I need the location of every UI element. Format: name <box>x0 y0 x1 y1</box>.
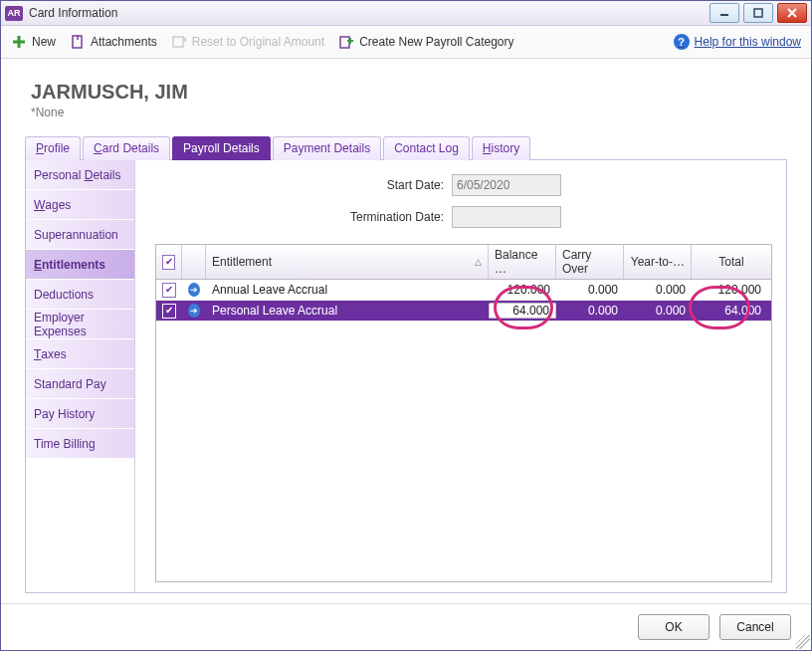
entitlements-grid: ✔ Entitlement △ Balance … Carry Over Yea… <box>155 244 772 582</box>
content: JARMUSCH, JIM *None Profile Card Details… <box>1 59 811 603</box>
subtab-time-billing[interactable]: Time Billing <box>26 429 134 459</box>
create-category-button[interactable]: Create New Payroll Category <box>338 34 513 50</box>
create-category-icon <box>338 34 354 50</box>
maximize-icon <box>753 8 763 18</box>
ok-button[interactable]: OK <box>638 614 710 640</box>
attachments-label: Attachments <box>91 35 157 49</box>
row-checkbox[interactable]: ✔ <box>162 283 176 298</box>
new-label: New <box>32 35 56 49</box>
svg-rect-1 <box>754 9 762 17</box>
header-checkbox[interactable]: ✔ <box>162 255 175 270</box>
cell-entitlement: Personal Leave Accrual <box>206 304 489 318</box>
row-checkbox[interactable]: ✔ <box>162 304 176 319</box>
subtab-employer-expenses[interactable]: Employer Expenses <box>26 310 134 339</box>
cancel-button[interactable]: Cancel <box>719 614 791 640</box>
plus-icon <box>11 34 27 50</box>
help-icon: ? <box>674 34 690 50</box>
col-year-to-date[interactable]: Year-to-… <box>624 245 692 279</box>
subtab-superannuation[interactable]: Superannuation <box>26 220 134 250</box>
page-title: JARMUSCH, JIM <box>31 81 787 104</box>
col-check[interactable]: ✔ <box>156 245 182 279</box>
tab-payroll-details[interactable]: Payroll Details <box>172 136 271 160</box>
window-controls <box>710 3 807 23</box>
col-balance[interactable]: Balance … <box>489 245 556 279</box>
window-title: Card Information <box>29 6 117 20</box>
tab-card-details[interactable]: Card Details <box>83 136 170 160</box>
subtab-entitlements[interactable]: Entitlements <box>26 250 134 280</box>
grid-row[interactable]: ✔ ➔ Annual Leave Accrual 120.000 0.000 0… <box>156 280 771 301</box>
cell-balance[interactable]: 120.000 <box>489 283 556 297</box>
sub-tabs: Personal Details Wages Superannuation En… <box>26 160 135 592</box>
grid-row[interactable]: ✔ ➔ Personal Leave Accrual 64.000 0.000 … <box>156 301 771 322</box>
cell-carry-over[interactable]: 0.000 <box>556 304 624 318</box>
svg-rect-9 <box>340 37 349 48</box>
col-entitlement[interactable]: Entitlement △ <box>206 245 489 279</box>
cell-ytd[interactable]: 0.000 <box>624 304 692 318</box>
reset-icon <box>171 34 187 50</box>
cell-balance[interactable]: 64.000 <box>489 303 556 319</box>
tab-contact-log[interactable]: Contact Log <box>383 136 470 160</box>
sort-asc-icon: △ <box>475 257 482 267</box>
resize-grip[interactable] <box>796 635 810 649</box>
termination-date-input[interactable] <box>452 206 561 228</box>
cell-entitlement: Annual Leave Accrual <box>206 283 489 297</box>
dialog-footer: OK Cancel <box>1 603 811 650</box>
termination-date-row: Termination Date: <box>155 206 772 228</box>
cell-total: 120.000 <box>692 283 771 297</box>
subtab-standard-pay[interactable]: Standard Pay <box>26 369 134 399</box>
subtab-deductions[interactable]: Deductions <box>26 280 134 310</box>
toolbar: New Attachments Reset to Original Amount… <box>1 26 811 59</box>
page-subtitle: *None <box>31 106 787 119</box>
tab-history[interactable]: History <box>472 136 530 160</box>
close-button[interactable] <box>777 3 807 23</box>
subtab-pay-history[interactable]: Pay History <box>26 399 134 429</box>
cell-carry-over[interactable]: 0.000 <box>556 283 624 297</box>
svg-rect-8 <box>173 37 183 47</box>
start-date-row: Start Date: <box>155 174 772 196</box>
start-date-label: Start Date: <box>155 178 444 192</box>
grid-header: ✔ Entitlement △ Balance … Carry Over Yea… <box>156 245 771 280</box>
tab-profile[interactable]: Profile <box>25 136 81 160</box>
attachment-icon <box>70 34 86 50</box>
termination-date-label: Termination Date: <box>155 210 444 224</box>
help-link[interactable]: ? Help for this window <box>674 34 801 50</box>
close-icon <box>787 8 797 18</box>
attachments-button[interactable]: Attachments <box>70 34 157 50</box>
drilldown-icon[interactable]: ➔ <box>188 304 200 318</box>
cell-total: 64.000 <box>692 304 771 318</box>
minimize-icon <box>719 8 729 18</box>
col-carry-over[interactable]: Carry Over <box>556 245 624 279</box>
reset-button: Reset to Original Amount <box>171 34 324 50</box>
help-label: Help for this window <box>695 35 801 49</box>
app-badge: AR <box>5 6 23 21</box>
subtab-wages[interactable]: Wages <box>26 190 134 220</box>
drilldown-icon[interactable]: ➔ <box>188 283 200 297</box>
minimize-button[interactable] <box>710 3 739 23</box>
entitlements-panel: Start Date: Termination Date: ✔ <box>135 160 786 592</box>
maximize-button[interactable] <box>743 3 773 23</box>
subtab-personal-details[interactable]: Personal Details <box>26 160 134 190</box>
page-body: Personal Details Wages Superannuation En… <box>25 159 787 593</box>
cell-ytd[interactable]: 0.000 <box>624 283 692 297</box>
grid-body[interactable]: ✔ ➔ Annual Leave Accrual 120.000 0.000 0… <box>156 280 771 581</box>
titlebar: AR Card Information <box>1 1 811 26</box>
reset-label: Reset to Original Amount <box>192 35 324 49</box>
col-total[interactable]: Total <box>692 245 771 279</box>
card-information-window: AR Card Information New Attac <box>0 0 812 651</box>
subtab-taxes[interactable]: Taxes <box>26 339 134 369</box>
new-button[interactable]: New <box>11 34 56 50</box>
start-date-input[interactable] <box>452 174 561 196</box>
tab-payment-details[interactable]: Payment Details <box>273 136 381 160</box>
top-tabs: Profile Card Details Payroll Details Pay… <box>25 135 787 159</box>
col-arrow <box>182 245 206 279</box>
create-category-label: Create New Payroll Category <box>359 35 513 49</box>
